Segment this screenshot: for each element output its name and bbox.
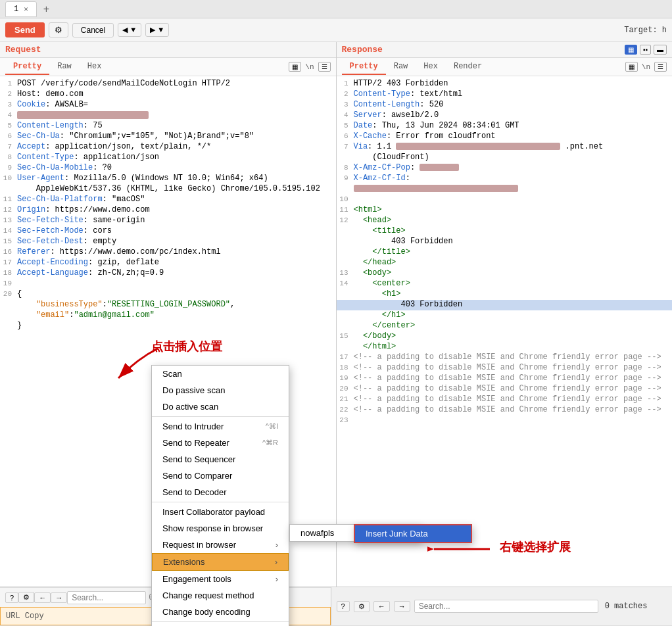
nav-prev-left[interactable]: ← — [34, 592, 51, 603]
tab-pretty-request[interactable]: Pretty — [5, 59, 49, 75]
resp-line-22: 22 <!-- a padding to disable MSIE and Ch… — [337, 405, 673, 416]
request-line-1: 1 POST /verify/code/sendMailCodeNotLogin… — [0, 79, 336, 89]
request-line-21: "businessType":"RESETTING_LOGIN_PASSWORD… — [0, 300, 336, 310]
response-layout-btn3[interactable]: ▬ — [654, 45, 667, 55]
send-button[interactable]: Send — [5, 22, 45, 37]
ctx-send-intruder[interactable]: Send to Intruder^⌘I — [152, 418, 289, 435]
ctx-send-repeater[interactable]: Send to Repeater^⌘R — [152, 435, 289, 451]
request-line-5: 5 Content-Length: 75 — [0, 121, 336, 132]
help-btn-left[interactable]: ? — [5, 592, 18, 603]
ctx-active-scan[interactable]: Do active scan — [152, 398, 289, 415]
request-tabs: Pretty Raw Hex ▦ \n ☰ — [0, 58, 336, 76]
ctx-send-sequencer[interactable]: Send to Sequencer — [152, 451, 289, 468]
request-panel-header: Request — [0, 42, 336, 58]
request-line-7: 7 Accept: application/json, text/plain, … — [0, 142, 336, 153]
ctx-engagement-tools[interactable]: Engagement tools› — [152, 571, 289, 587]
tab-1[interactable]: 1 ✕ — [5, 1, 37, 17]
request-line-4: 4 — [0, 110, 336, 121]
request-menu-icon[interactable]: ☰ — [318, 62, 331, 72]
cancel-button[interactable]: Cancel — [72, 23, 114, 37]
resp-line-12d: </title> — [337, 247, 673, 258]
settings-btn-left[interactable]: ⚙ — [18, 592, 34, 603]
tab-render-response[interactable]: Render — [446, 59, 490, 75]
resp-line-18: 18 <!-- a padding to disable MSIE and Ch… — [337, 363, 673, 373]
request-line-15: 15 Sec-Fetch-Dest: empty — [0, 237, 336, 247]
ctx-extensions[interactable]: Extensions› — [152, 553, 289, 571]
response-panel: Response ▦ ▪▪ ▬ Pretty Raw Hex Render ▦ … — [337, 42, 673, 587]
nav-prev-right[interactable]: ← — [373, 601, 390, 612]
response-format-icon[interactable]: ▦ — [625, 62, 638, 72]
resp-line-3: 3 Content-Length: 520 — [337, 100, 673, 110]
resp-line-1: 1 HTTP/2 403 Forbidden — [337, 79, 673, 89]
target-label: Target: h — [624, 26, 667, 35]
resp-line-16: </html> — [337, 342, 673, 352]
nav-next-right[interactable]: → — [394, 601, 410, 612]
resp-line-7b: (CloudFront) — [337, 153, 673, 163]
ctx-change-body-encoding[interactable]: Change body encoding — [152, 604, 289, 620]
ctx-send-decoder[interactable]: Send to Decoder — [152, 484, 289, 500]
ctx-copy[interactable]: Copy^⌘C — [152, 623, 289, 626]
ctx-insert-collaborator[interactable]: Insert Collaborator payload — [152, 504, 289, 520]
resp-line-14d: </h1> — [337, 310, 673, 321]
tab-hex-request[interactable]: Hex — [80, 59, 110, 75]
response-title: Response — [342, 45, 622, 55]
resp-line-19: 19 <!-- a padding to disable MSIE and Ch… — [337, 373, 673, 384]
resp-line-6: 6 X-Cache: Error from cloudfront — [337, 132, 673, 142]
tab-raw-response[interactable]: Raw — [386, 59, 416, 75]
request-line-16: 16 Referer: https://www.demo.com/pc/inde… — [0, 247, 336, 258]
response-menu-icon[interactable]: ☰ — [654, 62, 667, 72]
resp-line-14b: <h1> — [337, 289, 673, 300]
ctx-show-response[interactable]: Show response in browser — [152, 520, 289, 537]
ctx-passive-scan[interactable]: Do passive scan — [152, 382, 289, 398]
nav-forward-button[interactable]: ▶ ▼ — [145, 23, 169, 37]
tab-add-button[interactable]: + — [39, 3, 53, 15]
nav-back-button[interactable]: ◀ ▼ — [118, 23, 141, 37]
tab-close-icon[interactable]: ✕ — [24, 5, 28, 13]
resp-line-13: 13 <body> — [337, 268, 673, 279]
request-line-12: 12 Origin: https://www.demo.com — [0, 205, 336, 216]
resp-line-20: 20 <!-- a padding to disable MSIE and Ch… — [337, 384, 673, 395]
submenu-nowafpls-label: nowafpls — [300, 528, 334, 538]
resp-line-10: 10 — [337, 195, 673, 205]
main-content: Request Pretty Raw Hex ▦ \n ☰ 1 POST /ve… — [0, 42, 672, 587]
ctx-change-request-method[interactable]: Change request method — [152, 587, 289, 604]
submenu-insert-junk[interactable]: Insert Junk Data — [355, 525, 471, 542]
response-layout-btn2[interactable]: ▪▪ — [640, 45, 651, 55]
request-line-6: 6 Sec-Ch-Ua: "Chromium";v="105", "Not)A;… — [0, 132, 336, 142]
resp-line-9b — [337, 184, 673, 195]
resp-line-8: 8 X-Amz-Cf-Pop: — [337, 163, 673, 174]
response-layout-btn1[interactable]: ▦ — [625, 45, 637, 55]
request-line-17: 17 Accept-Encoding: gzip, deflate — [0, 258, 336, 268]
ctx-request-browser[interactable]: Request in browser› — [152, 537, 289, 553]
ctx-send-comparer[interactable]: Send to Comparer — [152, 468, 289, 484]
response-code-area[interactable]: 1 HTTP/2 403 Forbidden 2 Content-Type: t… — [337, 76, 673, 587]
context-menu: Scan Do passive scan Do active scan Send… — [151, 365, 289, 626]
response-tabs: Pretty Raw Hex Render ▦ \n ☰ — [337, 58, 673, 76]
response-tab-icons: ▦ \n ☰ — [625, 62, 667, 72]
resp-line-14e: </center> — [337, 321, 673, 331]
settings-btn-right[interactable]: ⚙ — [354, 601, 370, 612]
request-format-icon[interactable]: ▦ — [289, 62, 301, 72]
tab-raw-request[interactable]: Raw — [49, 59, 80, 75]
request-line-10b: AppleWebKit/537.36 (KHTML, like Gecko) C… — [0, 184, 336, 195]
resp-line-15: 15 </body> — [337, 331, 673, 342]
resp-line-14c: 403 Forbidden — [337, 300, 673, 310]
search-input-left[interactable] — [67, 591, 146, 604]
resp-line-14a: 14 <center> — [337, 279, 673, 289]
response-ln-icon: \n — [642, 63, 650, 71]
submenu-insert-junk-label: Insert Junk Data — [366, 529, 428, 539]
ctx-scan[interactable]: Scan — [152, 366, 289, 382]
help-btn-right[interactable]: ? — [337, 601, 350, 612]
resp-line-12b: <title> — [337, 226, 673, 237]
request-title: Request — [5, 45, 331, 55]
tab-hex-response[interactable]: Hex — [416, 59, 446, 75]
resp-line-12e: </head> — [337, 258, 673, 268]
settings-button[interactable]: ⚙ — [49, 22, 68, 37]
resp-line-12c: 403 Forbidden — [337, 237, 673, 247]
search-input-right[interactable] — [414, 600, 598, 613]
ctx-sep-1 — [152, 416, 289, 417]
resp-line-7a: 7 Via: 1.1 .pnt.net — [337, 142, 673, 153]
request-line-23: } — [0, 321, 336, 331]
tab-pretty-response[interactable]: Pretty — [342, 59, 386, 75]
nav-next-left[interactable]: → — [51, 592, 67, 603]
